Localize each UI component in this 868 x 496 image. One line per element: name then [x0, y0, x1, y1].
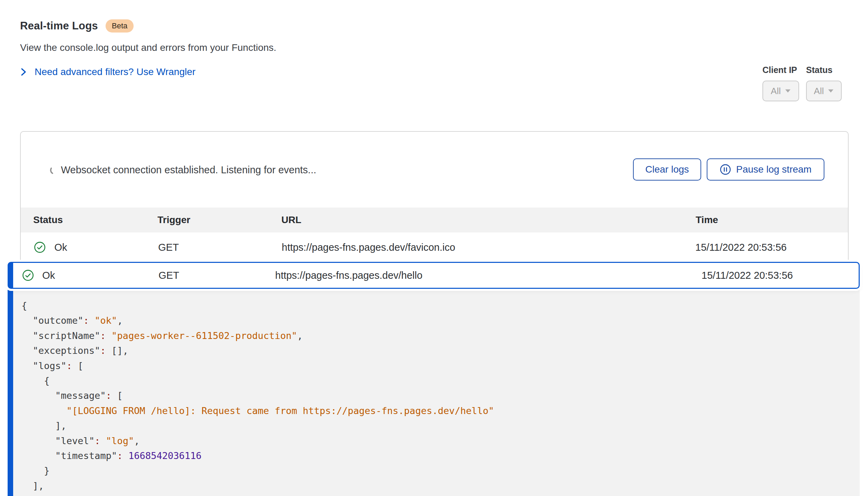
logs-toolbar: Websocket connection established. Listen…	[21, 132, 848, 208]
page-header: Real-time Logs Beta View the console.log…	[20, 19, 276, 77]
caret-down-icon	[785, 89, 791, 93]
websocket-status-message: Websocket connection established. Listen…	[61, 164, 316, 176]
row-time: 15/11/2022 20:53:56	[695, 241, 787, 253]
column-header-trigger: Trigger	[157, 214, 190, 226]
page-title: Real-time Logs	[20, 20, 98, 32]
row-status: Ok	[42, 270, 55, 281]
pause-log-stream-button[interactable]: Pause log stream	[707, 158, 824, 181]
row-time: 15/11/2022 20:53:56	[702, 270, 793, 281]
pause-circle-icon	[720, 164, 731, 175]
row-trigger: GET	[159, 270, 179, 281]
clear-logs-button[interactable]: Clear logs	[633, 158, 701, 181]
log-table-header: Status Trigger URL Time	[21, 208, 848, 232]
row-url: https://pages-fns.pages.dev/hello	[275, 270, 423, 281]
client-ip-filter-dropdown[interactable]: All	[762, 81, 799, 101]
pause-log-stream-button-label: Pause log stream	[736, 164, 812, 175]
row-trigger: GET	[158, 241, 179, 253]
wrangler-link-label: Need advanced filters? Use Wrangler	[35, 66, 196, 77]
column-header-time: Time	[696, 214, 718, 226]
beta-badge: Beta	[106, 19, 134, 33]
column-header-status: Status	[33, 214, 63, 226]
clear-logs-button-label: Clear logs	[645, 164, 689, 175]
caret-down-icon	[828, 89, 834, 93]
row-url: https://pages-fns.pages.dev/favicon.ico	[282, 241, 455, 253]
row-status: Ok	[54, 241, 67, 253]
check-circle-icon	[34, 241, 46, 253]
table-row[interactable]: Ok GET https://pages-fns.pages.dev/favic…	[21, 232, 848, 262]
page-subtitle: View the console.log output and errors f…	[20, 42, 276, 53]
check-circle-icon	[22, 269, 34, 281]
chevron-right-icon	[20, 67, 27, 77]
column-header-url: URL	[281, 214, 301, 226]
log-filters: Client IP All Status All	[762, 65, 842, 101]
status-filter-label: Status	[806, 65, 842, 75]
client-ip-filter-value: All	[771, 86, 781, 97]
expanded-log-entry: Ok GET https://pages-fns.pages.dev/hello…	[8, 262, 860, 496]
status-filter-dropdown[interactable]: All	[806, 81, 842, 101]
client-ip-filter-label: Client IP	[762, 65, 799, 75]
table-row-selected[interactable]: Ok GET https://pages-fns.pages.dev/hello…	[8, 262, 860, 289]
status-filter-value: All	[814, 86, 824, 97]
spinner-icon	[49, 165, 60, 177]
wrangler-link[interactable]: Need advanced filters? Use Wrangler	[20, 66, 276, 77]
json-log-viewer: { "outcome": "ok", "scriptName": "pages-…	[8, 290, 860, 496]
